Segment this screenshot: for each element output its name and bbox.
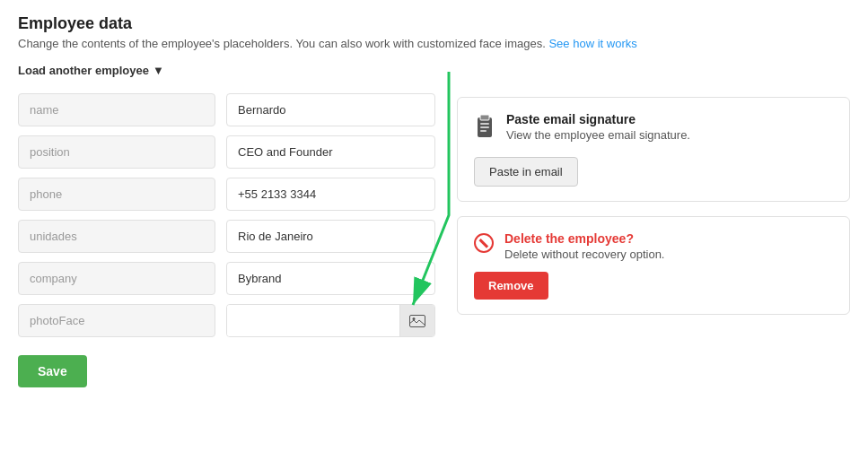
position-row: position — [18, 135, 435, 169]
phone-row: phone — [18, 178, 435, 211]
company-row: company — [18, 262, 435, 295]
company-label: company — [18, 262, 215, 295]
save-button[interactable]: Save — [18, 355, 87, 387]
no-entry-icon — [474, 233, 494, 253]
unidades-input[interactable] — [226, 220, 435, 253]
paste-card-header: Paste email signature View the employee … — [474, 112, 833, 144]
photoface-upload-button[interactable] — [399, 305, 434, 336]
name-input[interactable] — [226, 93, 435, 126]
photoface-label: photoFace — [18, 304, 215, 337]
paste-card-desc: View the employee email signature. — [506, 128, 690, 142]
remove-button[interactable]: Remove — [474, 272, 548, 300]
phone-label: phone — [18, 178, 215, 211]
delete-card-desc: Delete without recovery option. — [504, 248, 664, 261]
paste-card-text: Paste email signature View the employee … — [506, 112, 690, 142]
delete-card: Delete the employee? Delete without reco… — [457, 216, 850, 315]
page-container: Employee data Change the contents of the… — [0, 0, 868, 452]
delete-card-text: Delete the employee? Delete without reco… — [504, 231, 664, 261]
name-label: name — [18, 93, 215, 126]
unidades-row: unidades — [18, 220, 435, 253]
paste-in-email-button[interactable]: Paste in email — [474, 157, 578, 187]
company-input[interactable] — [226, 262, 435, 295]
svg-rect-3 — [480, 115, 489, 120]
paste-email-card: Paste email signature View the employee … — [457, 97, 850, 202]
svg-rect-4 — [480, 123, 489, 125]
unidades-label: unidades — [18, 220, 215, 253]
paste-card-title: Paste email signature — [506, 112, 690, 126]
svg-rect-5 — [480, 126, 489, 128]
svg-rect-6 — [480, 130, 487, 132]
page-description: Change the contents of the employee's pl… — [18, 37, 850, 50]
position-label: position — [18, 135, 215, 169]
delete-card-header: Delete the employee? Delete without reco… — [474, 231, 833, 261]
page-title: Employee data — [18, 14, 850, 33]
photoface-input-wrapper — [226, 304, 435, 337]
phone-input[interactable] — [226, 178, 435, 211]
position-input[interactable] — [226, 135, 435, 169]
main-layout: name position phone unidades company — [18, 93, 850, 387]
form-section: name position phone unidades company — [18, 93, 435, 387]
see-how-link[interactable]: See how it works — [548, 37, 636, 50]
image-icon — [409, 315, 425, 327]
load-employee-button[interactable]: Load another employee ▼ — [18, 64, 164, 77]
photoface-row: photoFace — [18, 304, 435, 337]
delete-card-title: Delete the employee? — [504, 231, 664, 246]
photoface-input[interactable] — [227, 305, 399, 336]
clipboard-icon — [474, 114, 495, 144]
name-row: name — [18, 93, 435, 126]
right-section: Paste email signature View the employee … — [457, 93, 850, 387]
